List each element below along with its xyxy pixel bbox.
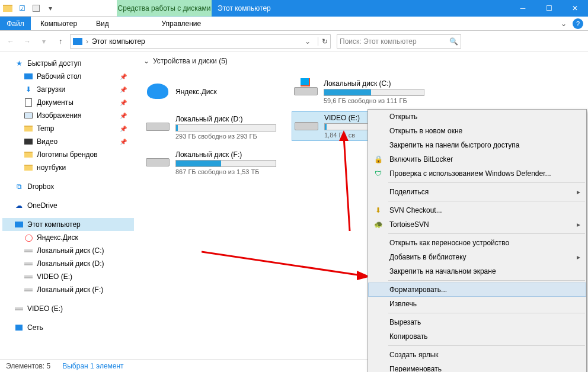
ctx-open-portable[interactable]: Открыть как переносное устройство <box>368 236 586 250</box>
tree-label: Локальный диск (F:) <box>37 286 103 294</box>
tree-label: VIDEO (E:) <box>27 304 63 313</box>
tree-temp[interactable]: Temp📌 <box>2 122 134 135</box>
svn-icon: ⬇ <box>373 205 384 216</box>
ctx-pin-start[interactable]: Закрепить на начальном экране <box>368 264 586 278</box>
folder-icon <box>24 150 33 159</box>
view-tab[interactable]: Вид <box>87 17 119 30</box>
qat-properties-icon[interactable] <box>31 3 41 14</box>
computer-tab[interactable]: Компьютер <box>31 17 87 30</box>
tree-label: Локальный диск (D:) <box>37 259 104 268</box>
up-button[interactable]: ↑ <box>53 34 68 49</box>
qat-dropdown-icon[interactable]: ▾ <box>45 3 56 14</box>
context-menu: Открыть Открыть в новом окне Закрепить н… <box>368 109 587 372</box>
tree-desktop[interactable]: Рабочий стол📌 <box>2 70 134 83</box>
minimize-button[interactable]: ─ <box>510 0 536 17</box>
pin-icon: 📌 <box>120 139 127 145</box>
cloud-drive-icon <box>145 78 171 104</box>
tree-local-f[interactable]: Локальный диск (F:) <box>2 283 134 296</box>
tree-video[interactable]: Видео📌 <box>2 135 134 148</box>
tree-label: Логотипы брендов <box>37 150 98 159</box>
separator <box>388 345 585 346</box>
drive-icon <box>24 286 33 294</box>
star-icon: ★ <box>14 59 24 68</box>
tree-downloads[interactable]: ⬇Загрузки📌 <box>2 83 134 96</box>
separator <box>388 233 585 234</box>
drive-c[interactable]: Локальный диск (C:) 59,6 ГБ свободно из … <box>292 77 434 107</box>
ctx-eject[interactable]: Извлечь <box>368 297 586 311</box>
back-button[interactable]: ← <box>4 34 18 49</box>
tree-label: Быстрый доступ <box>27 59 81 68</box>
tree-pictures[interactable]: Изображения📌 <box>2 109 134 122</box>
ctx-format[interactable]: Форматировать... <box>368 283 586 297</box>
location-icon <box>73 38 82 45</box>
drive-f[interactable]: Локальный диск (F:) 867 ГБ свободно из 1… <box>143 148 286 178</box>
ctx-copy[interactable]: Копировать <box>368 329 586 344</box>
address-bar[interactable]: › Этот компьютер ⌄ ↻ <box>70 34 331 49</box>
ribbon-expand-icon[interactable]: ⌄ <box>558 20 569 28</box>
address-dropdown-icon[interactable]: ⌄ <box>301 37 314 46</box>
ctx-open[interactable]: Открыть <box>368 110 586 124</box>
separator <box>388 313 585 313</box>
tree-this-pc[interactable]: Этот компьютер <box>2 218 134 231</box>
drive-yandex[interactable]: Яндекс.Диск <box>143 77 286 107</box>
tree-network[interactable]: Сеть <box>2 321 134 334</box>
tree-video-e-removable[interactable]: VIDEO (E:) <box>2 302 134 315</box>
drive-icon <box>24 246 33 255</box>
separator <box>388 201 585 201</box>
title-bar: Этот компьютер ─ ☐ ✕ <box>212 0 588 17</box>
tree-notebooks[interactable]: ноутбуки <box>2 161 134 174</box>
recent-dropdown-icon[interactable]: ▾ <box>37 34 51 49</box>
group-header[interactable]: ⌄ Устройства и диски (5) <box>143 57 581 65</box>
tree-quick-access[interactable]: ★Быстрый доступ <box>2 57 134 70</box>
breadcrumb[interactable]: Этот компьютер <box>92 37 145 46</box>
tree-onedrive[interactable]: ☁OneDrive <box>2 199 134 212</box>
ctx-cut[interactable]: Вырезать <box>368 315 586 329</box>
ctx-open-new-window[interactable]: Открыть в новом окне <box>368 124 586 138</box>
tree-label: Видео <box>37 137 57 146</box>
bitlocker-icon: 🔒 <box>373 154 384 165</box>
chevron-down-icon: ⌄ <box>143 57 149 65</box>
refresh-button[interactable]: ↻ <box>318 37 328 46</box>
ctx-share[interactable]: Поделиться▸ <box>368 185 586 199</box>
capacity-bar <box>175 160 276 167</box>
ctx-add-library[interactable]: Добавить в библиотеку▸ <box>368 250 586 264</box>
tree-video-e[interactable]: VIDEO (E:) <box>2 270 134 283</box>
submenu-arrow-icon: ▸ <box>577 188 580 196</box>
disk-tools-tab[interactable]: Средства работы с дисками <box>117 0 212 17</box>
ctx-svn-checkout[interactable]: ⬇SVN Checkout... <box>368 203 586 217</box>
ctx-defender[interactable]: 🛡Проверка с использованием Windows Defen… <box>368 166 586 181</box>
drive-icon <box>145 149 171 175</box>
manage-tab[interactable]: Управление <box>134 17 229 30</box>
tree-documents[interactable]: Документы📌 <box>2 96 134 109</box>
ctx-pin-quick-access[interactable]: Закрепить на панели быстрого доступа <box>368 138 586 152</box>
ctx-create-shortcut[interactable]: Создать ярлык <box>368 348 586 362</box>
drive-d[interactable]: Локальный диск (D:) 293 ГБ свободно из 2… <box>143 113 286 142</box>
tree-local-d[interactable]: Локальный диск (D:) <box>2 257 134 270</box>
document-icon <box>24 98 33 107</box>
forward-button[interactable]: → <box>20 34 34 49</box>
ctx-rename[interactable]: Переименовать <box>368 362 586 372</box>
drive-status: 293 ГБ свободно из 293 ГБ <box>175 133 285 140</box>
tree-label: Изображения <box>37 111 81 120</box>
submenu-arrow-icon: ▸ <box>577 253 580 261</box>
search-icon: 🔍 <box>449 37 458 46</box>
submenu-arrow-icon: ▸ <box>577 220 580 229</box>
close-button[interactable]: ✕ <box>562 0 588 17</box>
tree-logos[interactable]: Логотипы брендов <box>2 148 134 161</box>
network-icon <box>14 323 24 332</box>
ctx-tortoisesvn[interactable]: 🐢TortoiseSVN▸ <box>368 217 586 232</box>
tree-label: ноутбуки <box>37 163 66 172</box>
tree-yandex-disk[interactable]: ◯Яндекс.Диск <box>2 231 134 244</box>
tree-label: Этот компьютер <box>27 220 81 229</box>
search-placeholder: Поиск: Этот компьютер <box>340 37 417 46</box>
tree-label: VIDEO (E:) <box>37 272 72 281</box>
maximize-button[interactable]: ☐ <box>536 0 562 17</box>
ctx-bitlocker[interactable]: 🔒Включить BitLocker <box>368 152 586 166</box>
qat-checkbox-icon[interactable]: ☑ <box>17 3 27 14</box>
tree-local-c[interactable]: Локальный диск (C:) <box>2 244 134 257</box>
tree-dropbox[interactable]: ⧉Dropbox <box>2 180 134 193</box>
pin-icon: 📌 <box>120 113 127 119</box>
search-input[interactable]: Поиск: Этот компьютер 🔍 <box>337 34 461 49</box>
help-icon[interactable]: ? <box>573 18 583 29</box>
file-menu[interactable]: Файл <box>0 17 31 30</box>
